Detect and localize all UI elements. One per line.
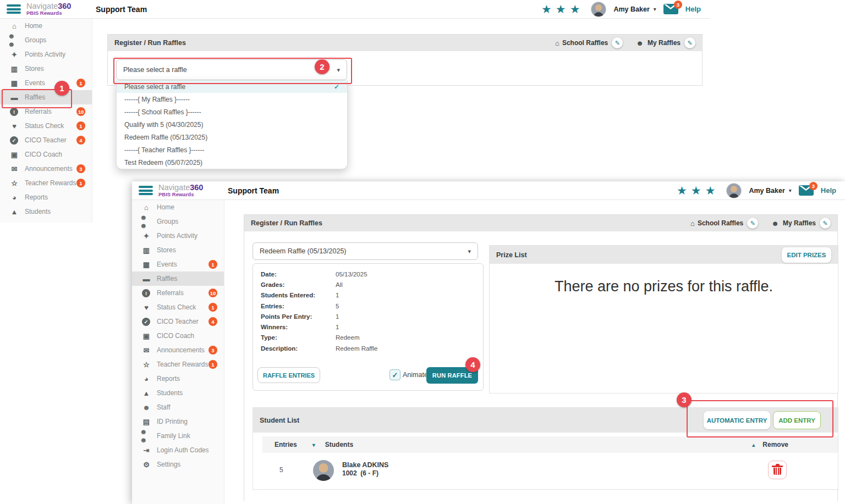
sidebar-item[interactable]: ✦ Points Activity (0, 47, 92, 62)
sort-asc-icon[interactable]: ▴ (752, 442, 755, 448)
user-avatar[interactable] (726, 183, 742, 198)
sidebar-item[interactable]: ✓ CICO Teacher 4 (0, 133, 92, 147)
page-title: Support Team (96, 5, 147, 14)
sidebar-item-label: CICO Teacher (25, 136, 76, 144)
sidebar-item[interactable]: ▤ ID Printing (132, 414, 224, 429)
user-menu[interactable]: Amy Baker (749, 187, 784, 195)
student-table-header: Entries ▾ Students ▴ Remove (262, 436, 838, 453)
sidebar-item[interactable]: ◕ Reports (132, 372, 224, 386)
sidebar-item[interactable]: ☻ Staff (0, 219, 92, 223)
edit-my-raffles-button[interactable]: ✎ (684, 37, 695, 48)
sidebar-item-badge: 1 (76, 121, 85, 130)
prize-list-empty-message: There are no prizes for this raffle. (490, 264, 838, 295)
sidebar-item[interactable]: ✉ Announcements 3 (0, 162, 92, 176)
sidebar-item[interactable]: ▥ Stores (132, 243, 224, 257)
my-raffles-label: My Raffles (783, 219, 816, 227)
remove-student-button[interactable] (768, 461, 787, 479)
sidebar-item[interactable]: ! Referrals 10 (0, 104, 92, 119)
sidebar-item[interactable]: ☆ Teacher Rewards 1 (132, 357, 224, 372)
rocket-icon: ✦ (8, 50, 20, 59)
dropdown-option[interactable]: ------{ My Raffles }------ ✓ (117, 93, 347, 106)
sidebar-item[interactable]: ✓ CICO Teacher 4 (132, 314, 224, 329)
dropdown-option[interactable]: ------{ School Raffles }------ ✓ (117, 106, 347, 118)
help-link[interactable]: Help (821, 186, 836, 195)
sidebar-item[interactable]: ! Referrals 10 (132, 286, 224, 300)
sidebar-item-label: Reports (25, 193, 76, 201)
sidebar-item[interactable]: ▦ Events 1 (0, 76, 92, 90)
sidebar-item[interactable]: ▥ Stores (0, 62, 92, 76)
animated-checkbox[interactable]: ✓ (389, 369, 400, 380)
edit-school-raffles-button[interactable]: ✎ (747, 218, 758, 229)
sidebar-item-label: ID Printing (157, 418, 208, 425)
edit-school-raffles-button[interactable]: ✎ (612, 37, 623, 48)
sidebar-item[interactable]: ⌂ Home (132, 200, 224, 214)
rating-stars-icon[interactable]: ★★★ (541, 3, 584, 15)
messages-button[interactable]: 3 (663, 4, 678, 14)
dropdown-option[interactable]: Test Redeem (05/07/2025) ✓ (117, 156, 347, 169)
students-column-header[interactable]: Students (325, 441, 353, 448)
dropdown-option[interactable]: Qualify with 5 (04/30/2025) ✓ (117, 118, 347, 131)
sidebar-item[interactable]: ▬ Raffles (132, 272, 224, 286)
sidebar-item[interactable]: ☻☻ Groups (132, 214, 224, 229)
sidebar-item[interactable]: ✦ Points Activity (132, 229, 224, 243)
sidebar-item-label: Home (157, 203, 208, 211)
dropdown-option[interactable]: Please select a raffle ✓ (117, 80, 347, 93)
dropdown-option[interactable]: Redeem Raffle (05/13/2025) ✓ (117, 131, 347, 143)
mail-badge: 3 (674, 1, 682, 9)
brand: Navigate360 PBIS Rewards (132, 184, 224, 197)
messages-button[interactable]: 3 (799, 185, 814, 196)
pie-icon: ◕ (140, 374, 152, 383)
edit-my-raffles-button[interactable]: ✎ (820, 218, 831, 229)
sidebar-item-badge: 4 (208, 317, 217, 326)
sidebar-item[interactable]: ▬ Raffles (0, 90, 92, 104)
sidebar-item-label: CICO Teacher (157, 318, 208, 325)
sidebar-item-label: Stores (25, 65, 76, 73)
sidebar-item[interactable]: ☻ Staff (132, 400, 224, 414)
detail-value: Redeem (336, 334, 359, 341)
automatic-entry-button[interactable]: AUTOMATIC ENTRY (704, 411, 770, 429)
edit-prizes-button[interactable]: EDIT PRIZES (782, 247, 831, 263)
sidebar-item-label: Points Activity (25, 51, 76, 58)
student-name: Blake ADKINS (342, 461, 388, 469)
sort-desc-icon[interactable]: ▾ (312, 442, 315, 448)
sidebar-item[interactable]: ⇥ Login Auth Codes (132, 443, 224, 457)
user-avatar[interactable] (591, 2, 606, 17)
raffle-entries-button[interactable]: RAFFLE ENTRIES (257, 367, 320, 383)
sidebar-item[interactable]: ⚙ Settings (132, 457, 224, 472)
detail-value: 1 (336, 292, 339, 298)
sidebar-item[interactable]: ⌂ Home (0, 19, 92, 33)
annotation-step-3: 3 (677, 392, 692, 407)
sidebar-item[interactable]: ▲ Students (0, 204, 92, 219)
dropdown-option[interactable]: ------{ Teacher Raffles }------ ✓ (117, 143, 347, 156)
sidebar-item[interactable]: ▣ CICO Coach (132, 329, 224, 343)
person-icon: ☻ (771, 219, 779, 228)
sidebar-item[interactable]: ✉ Announcements 3 (132, 343, 224, 357)
hamburger-menu-icon[interactable] (7, 4, 21, 14)
hamburger-menu-icon[interactable] (139, 186, 153, 195)
annotation-step-1: 1 (54, 81, 69, 96)
entries-column-header[interactable]: Entries (275, 441, 297, 448)
sidebar-item[interactable]: ▲ Students (132, 386, 224, 400)
sidebar-item[interactable]: ☆ Teacher Rewards 1 (0, 176, 92, 190)
rating-stars-icon[interactable]: ★★★ (677, 185, 719, 196)
raffle-select[interactable]: Redeem Raffle (05/13/2025) ▾ (253, 242, 478, 260)
sidebar-item-badge: 1 (76, 79, 85, 87)
sidebar-item[interactable]: ▦ Events 1 (132, 257, 224, 272)
help-link[interactable]: Help (685, 5, 701, 13)
raffle-select[interactable]: Please select a raffle ▾ (116, 59, 347, 80)
sidebar-item[interactable]: ♥ Status Check 1 (132, 300, 224, 314)
remove-column-header[interactable]: Remove (762, 441, 788, 448)
sidebar-item[interactable]: ☻☻ Groups (0, 33, 92, 47)
sidebar-item[interactable]: ▣ CICO Coach (0, 147, 92, 162)
add-entry-button[interactable]: ADD ENTRY (773, 411, 821, 429)
detail-row: Date: 05/13/2025 (253, 269, 483, 279)
sidebar-item[interactable]: ☻☻ Family Link (132, 429, 224, 443)
person-icon: ☻ (140, 403, 152, 412)
user-menu[interactable]: Amy Baker (613, 5, 649, 13)
sidebar-item[interactable]: ◕ Reports (0, 190, 92, 204)
sidebar-item[interactable]: ♥ Status Check 1 (0, 119, 92, 133)
sidebar-item-label: Raffles (157, 275, 208, 283)
check-icon: ✓ (334, 83, 339, 91)
envelope-icon: ✉ (140, 346, 152, 355)
sidebar-item-label: Teacher Rewards (157, 361, 208, 368)
